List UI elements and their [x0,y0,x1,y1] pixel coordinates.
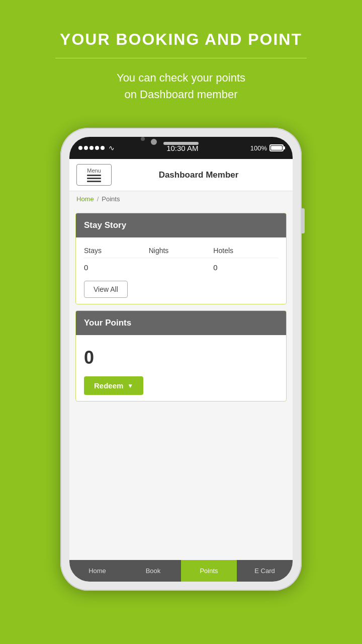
signal-dot-5 [101,146,105,150]
redeem-button[interactable]: Redeem ▼ [84,376,143,395]
tab-bar: Home Book Points E Card [69,560,293,582]
table-data-row: 0 0 [84,258,278,277]
col-stays-header: Stays [84,247,149,255]
stay-table: Stays Nights Hotels 0 0 [84,244,278,277]
phone-mockup: ∿ 10:30 AM 100% Menu [60,128,302,591]
app-content: Menu Dashboard Member Home / Points [69,159,293,582]
hamburger-icon [87,175,101,182]
tab-ecard[interactable]: E Card [237,560,293,582]
battery-area: 100% [250,144,284,152]
status-bar: ∿ 10:30 AM 100% [69,137,293,159]
phone-outer: ∿ 10:30 AM 100% Menu [60,128,302,591]
menu-button[interactable]: Menu [76,164,112,186]
phone-camera [151,139,157,145]
page-title: YOUR BOOKING AND POINT [20,30,342,49]
page-header: YOUR BOOKING AND POINT You can check you… [0,0,362,113]
signal-dots [78,146,105,150]
phone-speaker [163,142,199,145]
redeem-label: Redeem [94,381,123,390]
breadcrumb-separator: / [97,195,99,203]
stay-story-card: Stay Story Stays Nights Hotels 0 [75,213,287,304]
redeem-dropdown-icon: ▼ [127,382,133,389]
battery-icon [269,144,284,151]
page-subtitle: You can check your points on Dashboard m… [20,69,342,103]
col-nights-header: Nights [149,247,214,255]
scroll-content: Stay Story Stays Nights Hotels 0 [69,207,293,560]
nav-title: Dashboard Member [112,170,286,180]
menu-label: Menu [87,168,101,174]
table-header-row: Stays Nights Hotels [84,244,278,258]
breadcrumb-home[interactable]: Home [76,195,94,203]
tab-book[interactable]: Book [125,560,181,582]
phone-screen: ∿ 10:30 AM 100% Menu [69,137,293,582]
wifi-icon: ∿ [109,144,115,152]
status-time: 10:30 AM [166,144,198,152]
col-hotels-header: Hotels [213,247,278,255]
phone-front-camera [141,137,145,141]
tab-points[interactable]: Points [181,560,237,582]
header-divider [55,58,307,58]
battery-fill [271,146,282,150]
your-points-card-body: 0 Redeem ▼ [76,335,286,401]
stay-story-card-body: Stays Nights Hotels 0 0 View [76,237,286,304]
signal-dot-1 [78,146,82,150]
breadcrumb-current: Points [102,195,120,203]
cell-hotels-value: 0 [213,263,278,272]
tab-home[interactable]: Home [69,560,125,582]
stay-story-card-header: Stay Story [76,213,286,237]
app-header: Menu Dashboard Member [69,159,293,191]
cell-stays-value: 0 [84,263,149,272]
signal-dot-4 [95,146,99,150]
phone-side-button [302,208,305,233]
your-points-card-header: Your Points [76,311,286,335]
your-points-card: Your Points 0 Redeem ▼ [75,310,287,401]
breadcrumb: Home / Points [69,191,293,207]
signal-dot-3 [89,146,94,150]
points-value: 0 [84,341,278,376]
battery-percent: 100% [250,144,267,152]
view-all-button[interactable]: View All [84,281,128,298]
signal-dot-2 [84,146,88,150]
cell-nights-value [149,263,214,272]
signal-area: ∿ [78,144,115,152]
